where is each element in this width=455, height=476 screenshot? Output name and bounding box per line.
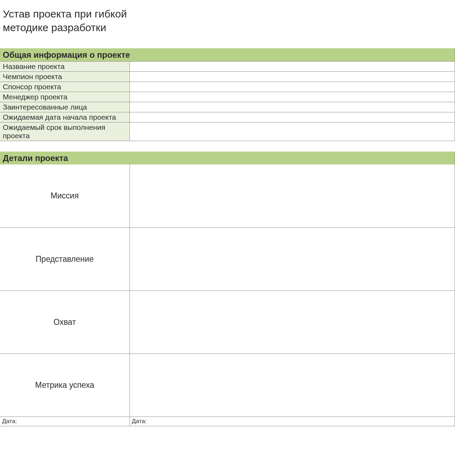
row-label: Миссия [0, 164, 130, 227]
row-value[interactable] [130, 122, 455, 141]
title-line-2: методике разработки [3, 22, 106, 33]
details-table: Миссия Представление Охват Метрика успех… [0, 164, 455, 417]
table-row: Менеджер проекта [0, 92, 455, 102]
table-row: Ожидаемая дата начала проекта [0, 112, 455, 122]
row-value[interactable] [130, 290, 455, 354]
row-label: Заинтересованные лица [0, 102, 130, 112]
section-header-general-info: Общая информация о проекте [0, 48, 455, 61]
row-label: Охват [0, 290, 130, 354]
row-value[interactable] [130, 354, 455, 416]
date-label-2[interactable]: Дата: [130, 417, 455, 426]
row-value[interactable] [130, 227, 455, 290]
table-row: Охват [0, 290, 455, 354]
table-row: Название проекта [0, 62, 455, 72]
table-row: Миссия [0, 164, 455, 227]
title-line-1: Устав проекта при гибкой [3, 8, 127, 20]
table-row: Представление [0, 227, 455, 290]
row-value[interactable] [130, 62, 455, 72]
table-row: Метрика успеха [0, 354, 455, 416]
row-value[interactable] [130, 102, 455, 112]
row-value[interactable] [130, 92, 455, 102]
row-value[interactable] [130, 82, 455, 92]
row-label: Ожидаемый срок выполнения проекта [0, 122, 130, 141]
row-label: Чемпион проекта [0, 72, 130, 82]
row-label: Спонсор проекта [0, 82, 130, 92]
row-label: Представление [0, 227, 130, 290]
date-footer-row: Дата: Дата: [0, 417, 455, 426]
table-row: Чемпион проекта [0, 72, 455, 82]
table-row: Заинтересованные лица [0, 102, 455, 112]
row-label: Менеджер проекта [0, 92, 130, 102]
document-title: Устав проекта при гибкой методике разраб… [0, 0, 455, 34]
row-label: Название проекта [0, 62, 130, 72]
row-label: Метрика успеха [0, 354, 130, 416]
row-label: Ожидаемая дата начала проекта [0, 112, 130, 122]
table-row: Ожидаемый срок выполнения проекта [0, 122, 455, 141]
row-value[interactable] [130, 72, 455, 82]
section-header-details: Детали проекта [0, 152, 455, 164]
row-value[interactable] [130, 112, 455, 122]
table-row: Спонсор проекта [0, 82, 455, 92]
date-label-1[interactable]: Дата: [0, 417, 130, 426]
general-info-table: Название проекта Чемпион проекта Спонсор… [0, 61, 455, 141]
row-value[interactable] [130, 164, 455, 227]
